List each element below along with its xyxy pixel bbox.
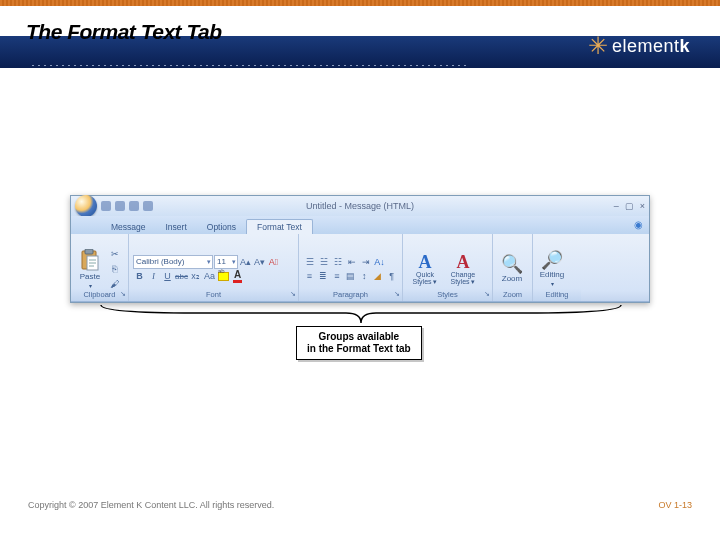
minimize-button[interactable]: – xyxy=(614,201,619,211)
help-icon[interactable]: ◉ xyxy=(634,219,643,230)
copyright-text: Copyright © 2007 Element K Content LLC. … xyxy=(28,500,274,510)
group-zoom: 🔍 Zoom Zoom xyxy=(493,234,533,301)
group-label-editing: Editing xyxy=(533,289,581,301)
group-label-clipboard: Clipboard↘ xyxy=(71,289,128,301)
grow-font-icon[interactable]: A▴ xyxy=(239,255,252,268)
pilcrow-icon[interactable]: ¶ xyxy=(385,269,398,282)
office-button[interactable] xyxy=(75,195,97,217)
chevron-down-icon: ▾ xyxy=(551,280,554,287)
curly-brace-icon xyxy=(96,303,626,325)
asterisk-icon: ✳ xyxy=(588,32,608,60)
paste-button[interactable]: Paste ▾ xyxy=(75,243,105,295)
tab-insert[interactable]: Insert xyxy=(156,220,197,234)
dialog-launcher-icon[interactable]: ↘ xyxy=(484,288,490,300)
subscript-button[interactable]: x₂ xyxy=(189,270,202,283)
bold-button[interactable]: B xyxy=(133,270,146,283)
editing-button[interactable]: 🔎 Editing ▾ xyxy=(537,243,567,295)
shrink-font-icon[interactable]: A▾ xyxy=(253,255,266,268)
close-button[interactable]: × xyxy=(640,201,645,211)
qat-redo-icon[interactable] xyxy=(129,201,139,211)
tab-format-text[interactable]: Format Text xyxy=(246,219,313,234)
group-label-zoom: Zoom xyxy=(493,289,532,301)
zoom-icon: 🔍 xyxy=(501,255,523,273)
sort-icon[interactable]: A↓ xyxy=(373,255,386,268)
align-left-icon[interactable]: ≡ xyxy=(303,269,316,282)
qat-save-icon[interactable] xyxy=(101,201,111,211)
tab-message[interactable]: Message xyxy=(101,220,156,234)
paste-icon xyxy=(80,249,100,271)
window-title: Untitled - Message (HTML) xyxy=(306,201,414,211)
font-color-button[interactable]: A xyxy=(231,270,244,283)
slide-title: The Format Text Tab xyxy=(26,20,221,44)
group-font: Calibri (Body) 11 A▴ A▾ A⃠ B I U abc x₂ … xyxy=(129,234,299,301)
group-paragraph: ☰ ☱ ☷ ⇤ ⇥ A↓ ≡ ≣ ≡ ▤ ↕ ◢ ¶ xyxy=(299,234,403,301)
inc-indent-icon[interactable]: ⇥ xyxy=(359,255,372,268)
page-number: OV 1-13 xyxy=(658,500,692,510)
italic-button[interactable]: I xyxy=(147,270,160,283)
font-name-combo[interactable]: Calibri (Body) xyxy=(133,255,213,269)
svg-rect-1 xyxy=(85,249,93,254)
chevron-down-icon: ▾ xyxy=(89,282,92,289)
changecase-button[interactable]: Aa xyxy=(203,270,216,283)
brand-logo: ✳ elementk xyxy=(588,32,690,60)
dialog-launcher-icon[interactable]: ↘ xyxy=(120,288,126,300)
dialog-launcher-icon[interactable]: ↘ xyxy=(290,288,296,300)
dialog-launcher-icon[interactable]: ↘ xyxy=(394,288,400,300)
change-styles-button[interactable]: A Change Styles ▾ xyxy=(445,253,481,285)
caption-box: Groups available in the Format Text tab xyxy=(296,326,422,360)
bullets-icon[interactable]: ☰ xyxy=(303,255,316,268)
maximize-button[interactable]: ▢ xyxy=(625,201,634,211)
find-icon: 🔎 xyxy=(541,251,563,269)
dotted-rule xyxy=(30,64,470,66)
group-clipboard: Paste ▾ ✂ ⎘ 🖌 Clipboard↘ xyxy=(71,234,129,301)
copy-icon[interactable]: ⎘ xyxy=(108,262,121,275)
multilevel-icon[interactable]: ☷ xyxy=(331,255,344,268)
linespacing-icon[interactable]: ↕ xyxy=(358,269,371,282)
highlight-button[interactable] xyxy=(217,270,230,283)
strike-button[interactable]: abc xyxy=(175,270,188,283)
ribbon-screenshot: Untitled - Message (HTML) – ▢ × Message … xyxy=(70,195,650,303)
group-label-font: Font↘ xyxy=(129,289,298,301)
qat-dropdown-icon[interactable] xyxy=(143,201,153,211)
underline-button[interactable]: U xyxy=(161,270,174,283)
cut-icon[interactable]: ✂ xyxy=(108,247,121,260)
font-size-combo[interactable]: 11 xyxy=(214,255,238,269)
align-center-icon[interactable]: ≣ xyxy=(317,269,330,282)
quick-styles-icon: A xyxy=(419,253,432,271)
quick-access-toolbar[interactable] xyxy=(101,201,153,211)
numbering-icon[interactable]: ☱ xyxy=(317,255,330,268)
clear-format-icon[interactable]: A⃠ xyxy=(267,255,280,268)
qat-undo-icon[interactable] xyxy=(115,201,125,211)
quick-styles-button[interactable]: A Quick Styles ▾ xyxy=(407,253,443,285)
justify-icon[interactable]: ▤ xyxy=(344,269,357,282)
group-label-styles: Styles↘ xyxy=(403,289,492,301)
group-label-paragraph: Paragraph↘ xyxy=(299,289,402,301)
align-right-icon[interactable]: ≡ xyxy=(330,269,343,282)
dec-indent-icon[interactable]: ⇤ xyxy=(345,255,358,268)
group-editing: 🔎 Editing ▾ Editing xyxy=(533,234,581,301)
tab-options[interactable]: Options xyxy=(197,220,246,234)
shading-icon[interactable]: ◢ xyxy=(372,269,385,282)
change-styles-icon: A xyxy=(457,253,470,271)
group-styles: A Quick Styles ▾ A Change Styles ▾ Style… xyxy=(403,234,493,301)
zoom-button[interactable]: 🔍 Zoom xyxy=(497,243,527,295)
